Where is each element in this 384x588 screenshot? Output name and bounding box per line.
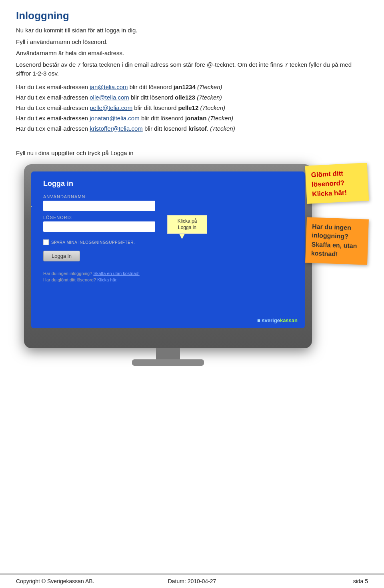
- example-2: Har du t.ex email-adressen olle@telia.co…: [16, 93, 368, 102]
- example-suffix-3: (7tecken): [198, 104, 225, 111]
- password-label: LÖSENORD:: [43, 215, 155, 220]
- screen-links: Har du ingen inloggning? Skaffa en utan …: [43, 271, 293, 282]
- intro-line-1: Nu kar du kommit till sidan för att logg…: [16, 26, 368, 35]
- remember-me-row: SPARA MINA INLOGGNINGSUPPGIFTER.: [43, 239, 293, 245]
- example-password-3: pelle12: [178, 104, 198, 111]
- remember-me-label: SPARA MINA INLOGGNINGSUPPGIFTER.: [51, 240, 135, 245]
- screen-logo: ■ sverigekassan: [257, 317, 298, 323]
- intro-line-3: Användarnamn är hela din email-adress.: [16, 49, 368, 58]
- main-content: Inloggning Nu kar du kommit till sidan f…: [0, 0, 384, 158]
- bubble-click-label: Klicka på Logga in: [167, 215, 207, 234]
- example-password-2: olle123: [175, 94, 195, 101]
- monitor-container: Fyll i användarnamn och lösenord Logga i…: [16, 164, 368, 364]
- example-5: Har du t.ex email-adressen kristoffer@te…: [16, 124, 368, 134]
- example-email-5[interactable]: kristoffer@telia.com: [90, 125, 143, 132]
- remember-me-checkbox[interactable]: [43, 239, 49, 245]
- example-password-1: jan1234: [174, 84, 196, 90]
- monitor-outer: Fyll i användarnamn och lösenord Logga i…: [24, 164, 312, 348]
- footer-copyright: Copyright © Sverigekassan AB.: [16, 578, 133, 584]
- logga-in-button[interactable]: Logga in: [43, 251, 80, 261]
- footer-datum: Datum: 2010-04-27: [133, 578, 250, 584]
- login-form-title: Logga in: [43, 179, 293, 188]
- example-email-2[interactable]: olle@telia.com: [90, 94, 129, 101]
- monitor-screen: Fyll i användarnamn och lösenord Logga i…: [31, 171, 305, 328]
- sticky-notes-container: Glömt ditt lösenord?Klicka här! Har du i…: [306, 164, 368, 269]
- example-email-3[interactable]: pelle@telia.com: [90, 104, 132, 111]
- examples-section: Har du t.ex email-adressen jan@telia.com…: [16, 82, 368, 134]
- forgot-link-line: Har du glömt ditt lösenord? Klicka här.: [43, 277, 293, 282]
- example-1: Har du t.ex email-adressen jan@telia.com…: [16, 82, 368, 92]
- register-link[interactable]: Skaffa en utan kostnad!: [93, 271, 139, 276]
- page-title: Inloggning: [16, 10, 368, 22]
- example-password-4: jonatan: [185, 115, 206, 122]
- intro-line-4: Lösenord består av de 7 första tecknen i…: [16, 60, 368, 78]
- register-link-line: Har du ingen inloggning? Skaffa en utan …: [43, 271, 293, 276]
- example-email-1[interactable]: jan@telia.com: [90, 84, 128, 90]
- monitor-neck: [156, 348, 180, 359]
- example-4: Har du t.ex email-adressen jonatan@telia…: [16, 114, 368, 123]
- example-suffix-5: . (7tecken): [207, 125, 235, 132]
- example-3: Har du t.ex email-adressen pelle@telia.c…: [16, 103, 368, 113]
- fill-instruction: Fyll nu i dina uppgifter och tryck på Lo…: [16, 140, 368, 158]
- sticky-note-forgot: Glömt ditt lösenord?Klicka här!: [305, 163, 369, 204]
- example-email-4[interactable]: jonatan@telia.com: [90, 115, 139, 122]
- forgot-link[interactable]: Klicka här.: [97, 277, 118, 282]
- footer-page: sida 5: [251, 578, 368, 584]
- monitor-foot: [132, 359, 204, 366]
- password-input[interactable]: [43, 221, 155, 232]
- footer: Copyright © Sverigekassan AB. Datum: 201…: [0, 574, 384, 588]
- example-suffix-2: (7tecken): [195, 94, 222, 101]
- username-label: ANVÄNDARNAMN:: [43, 194, 293, 199]
- intro-line-2: Fyll i användarnamn och lösenord.: [16, 38, 368, 47]
- example-password-5: kristof: [188, 125, 207, 132]
- username-input[interactable]: [43, 201, 155, 211]
- screen-content: Logga in ANVÄNDARNAMN: LÖSENORD: Klicka …: [31, 171, 305, 291]
- example-suffix-4: (7tecken): [206, 115, 233, 122]
- example-suffix-1: (7tecken): [196, 84, 222, 90]
- sticky-note-register: Har du ingen inloggning?Skaffa en, utan …: [305, 217, 369, 265]
